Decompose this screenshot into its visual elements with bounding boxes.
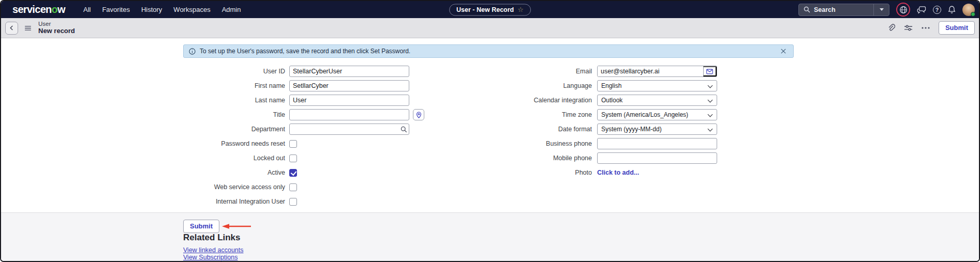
field-row-date-format: Date format System (yyyy-MM-dd) bbox=[488, 122, 717, 136]
web-service-access-only-checkbox[interactable] bbox=[289, 183, 297, 191]
back-button[interactable] bbox=[5, 22, 18, 35]
user-avatar[interactable] bbox=[962, 4, 975, 16]
globe-icon-button[interactable] bbox=[899, 6, 908, 14]
field-row-business-phone: Business phone bbox=[488, 136, 717, 151]
field-label: Password needs reset bbox=[182, 140, 289, 147]
department-lookup-icon[interactable] bbox=[400, 126, 407, 133]
internal-integration-user-checkbox[interactable] bbox=[289, 198, 297, 206]
date-format-select[interactable]: System (yyyy-MM-dd) bbox=[597, 124, 717, 135]
mobile-phone-input[interactable] bbox=[597, 152, 717, 164]
record-title-block: User New record bbox=[38, 21, 75, 35]
time-zone-selected-value: System (America/Los_Angeles) bbox=[601, 111, 688, 118]
title-suggestion-button[interactable] bbox=[413, 109, 424, 120]
checkbox-row-active: Active bbox=[182, 165, 424, 180]
nav-item-history[interactable]: History bbox=[136, 1, 168, 18]
field-label: User ID bbox=[182, 68, 289, 75]
notifications-bell-button[interactable] bbox=[948, 5, 956, 14]
help-icon-button[interactable]: ? bbox=[933, 6, 941, 14]
current-record-pill[interactable]: User - New Record ☆ bbox=[449, 4, 531, 16]
form-content: To set up the User's password, save the … bbox=[1, 38, 979, 212]
language-select[interactable]: English bbox=[597, 80, 717, 91]
nav-item-workspaces[interactable]: Workspaces bbox=[168, 1, 216, 18]
field-label: Web service access only bbox=[182, 183, 289, 191]
app-window: servicenow All Favorites History Workspa… bbox=[0, 0, 980, 262]
title-input[interactable] bbox=[289, 109, 409, 120]
last-name-input[interactable] bbox=[289, 95, 409, 106]
field-label: Time zone bbox=[488, 111, 597, 118]
info-icon bbox=[189, 48, 196, 55]
info-banner: To set up the User's password, save the … bbox=[183, 44, 794, 58]
send-email-icon-button[interactable] bbox=[703, 66, 717, 76]
nav-item-admin[interactable]: Admin bbox=[216, 1, 247, 18]
nav-item-favorites[interactable]: Favorites bbox=[96, 1, 135, 18]
field-label: Title bbox=[182, 111, 289, 118]
user-id-input[interactable] bbox=[289, 66, 409, 77]
password-needs-reset-checkbox[interactable] bbox=[289, 140, 297, 148]
active-checkbox[interactable] bbox=[289, 169, 297, 177]
nav-menu: All Favorites History Workspaces Admin bbox=[78, 1, 247, 18]
time-zone-select[interactable]: System (America/Los_Angeles) bbox=[597, 109, 717, 120]
field-row-department: Department bbox=[182, 122, 424, 136]
servicenow-logo[interactable]: servicenow bbox=[12, 4, 65, 16]
attachment-paperclip-button[interactable] bbox=[887, 24, 895, 32]
field-row-time-zone: Time zone System (America/Los_Angeles) bbox=[488, 107, 717, 122]
field-label: First name bbox=[182, 82, 289, 89]
field-row-title: Title bbox=[182, 107, 424, 122]
field-row-language: Language English bbox=[488, 79, 717, 93]
field-row-first-name: First name bbox=[182, 79, 424, 93]
checkbox-row-password-needs-reset: Password needs reset bbox=[182, 136, 424, 151]
checkbox-row-internal-integration-user: Internal Integration User bbox=[182, 194, 424, 209]
logo-text-prefix: servicen bbox=[12, 4, 52, 16]
presence-status-dot bbox=[971, 12, 975, 17]
search-scope-dropdown[interactable] bbox=[873, 4, 889, 16]
field-label: Email bbox=[488, 68, 597, 75]
field-row-last-name: Last name bbox=[182, 93, 424, 107]
field-label: Calendar integration bbox=[488, 97, 597, 104]
field-label: Date format bbox=[488, 126, 597, 133]
red-highlight-ring bbox=[896, 3, 910, 17]
chat-icon-button[interactable] bbox=[917, 6, 926, 14]
email-input[interactable] bbox=[598, 66, 703, 76]
location-pin-icon bbox=[416, 112, 422, 118]
more-options-ellipsis-button[interactable] bbox=[922, 27, 930, 29]
locked-out-checkbox[interactable] bbox=[289, 155, 297, 162]
field-label: Mobile phone bbox=[488, 155, 597, 162]
nav-right-cluster: Search ? bbox=[798, 1, 975, 18]
related-links-heading: Related Links bbox=[183, 233, 241, 243]
form-column-right: Email Language English Calendar integrat… bbox=[488, 64, 717, 180]
first-name-input[interactable] bbox=[289, 80, 409, 91]
top-nav: servicenow All Favorites History Workspa… bbox=[1, 1, 979, 18]
field-label: Locked out bbox=[182, 155, 289, 162]
business-phone-input[interactable] bbox=[597, 138, 717, 149]
field-label: Active bbox=[182, 169, 289, 176]
field-label: Business phone bbox=[488, 140, 597, 147]
form-context-menu-button[interactable] bbox=[25, 26, 31, 30]
global-search[interactable]: Search bbox=[798, 4, 889, 16]
banner-close-icon[interactable] bbox=[779, 49, 788, 54]
view-subscriptions-link[interactable]: View Subscriptions bbox=[183, 254, 237, 261]
photo-click-to-add-link[interactable]: Click to add... bbox=[597, 169, 639, 176]
field-label: Language bbox=[488, 82, 597, 89]
field-label: Department bbox=[182, 126, 289, 133]
field-label: Last name bbox=[182, 97, 289, 104]
checkbox-row-locked-out: Locked out bbox=[182, 151, 424, 165]
personalize-form-sliders-button[interactable] bbox=[904, 24, 913, 32]
favorite-star-icon[interactable]: ☆ bbox=[517, 6, 524, 13]
checkbox-row-web-service-access-only: Web service access only bbox=[182, 180, 424, 194]
field-row-photo: Photo Click to add... bbox=[488, 165, 717, 180]
calendar-integration-select[interactable]: Outlook bbox=[597, 95, 717, 106]
search-placeholder: Search bbox=[814, 6, 836, 13]
form-footer: Submit Related Links View linked account… bbox=[1, 212, 979, 261]
form-column-left: User ID First name Last name Title bbox=[182, 64, 424, 209]
date-format-selected-value: System (yyyy-MM-dd) bbox=[601, 126, 662, 133]
record-name-label: New record bbox=[38, 27, 75, 35]
department-input[interactable] bbox=[289, 124, 409, 135]
search-icon bbox=[804, 6, 810, 13]
nav-item-all[interactable]: All bbox=[78, 1, 96, 18]
toolbar-right-cluster: Submit bbox=[887, 21, 975, 35]
banner-message: To set up the User's password, save the … bbox=[200, 48, 410, 55]
footer-submit-button[interactable]: Submit bbox=[183, 220, 219, 233]
field-row-email: Email bbox=[488, 64, 717, 79]
toolbar-submit-button[interactable]: Submit bbox=[939, 21, 975, 35]
view-linked-accounts-link[interactable]: View linked accounts bbox=[183, 246, 244, 254]
